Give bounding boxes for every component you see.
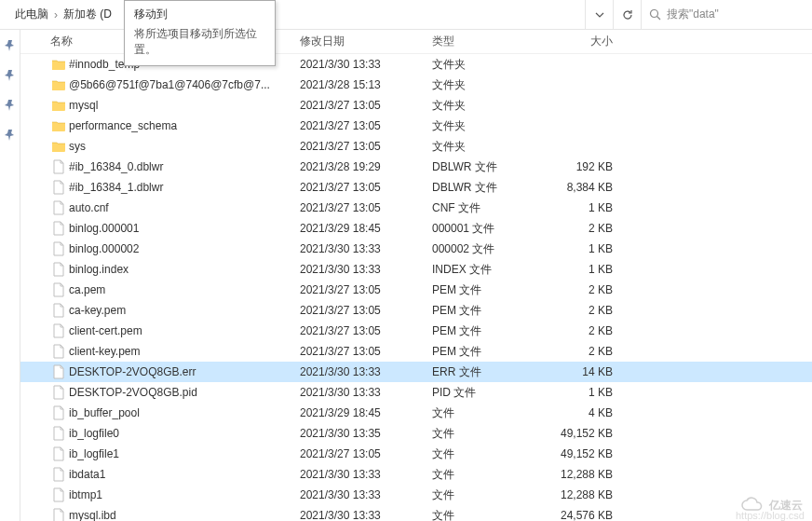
breadcrumb[interactable]: 此电脑 › 新加卷 (D <box>4 7 112 22</box>
file-size: 2 KB <box>542 283 624 296</box>
file-row[interactable]: ibtmp12021/3/30 13:33文件12,288 KB <box>20 485 812 505</box>
file-icon <box>50 303 67 318</box>
file-row[interactable]: DESKTOP-2VOQ8GB.pid2021/3/30 13:33PID 文件… <box>20 382 812 403</box>
file-type: PEM 文件 <box>432 323 542 339</box>
file-size: 1 KB <box>542 386 624 399</box>
file-type: ERR 文件 <box>432 364 542 380</box>
file-name: binlog.000002 <box>69 242 300 255</box>
file-type: 文件 <box>432 467 542 483</box>
file-list: #innodb_temp2021/3/30 13:33文件夹@5b66@751f… <box>20 54 812 521</box>
file-name: client-cert.pem <box>69 324 300 337</box>
file-row[interactable]: performance_schema2021/3/27 13:05文件夹 <box>20 116 812 136</box>
file-type: 000001 文件 <box>432 221 542 237</box>
svg-point-0 <box>651 10 658 18</box>
file-date: 2021/3/30 13:33 <box>300 58 432 71</box>
col-date[interactable]: 修改日期 <box>300 34 432 49</box>
file-date: 2021/3/27 13:05 <box>300 99 432 112</box>
file-name: client-key.pem <box>69 345 300 358</box>
file-row[interactable]: mysql2021/3/27 13:05文件夹 <box>20 95 812 116</box>
file-type: 文件夹 <box>432 57 542 73</box>
file-row[interactable]: #ib_16384_0.dblwr2021/3/28 19:29DBLWR 文件… <box>20 157 812 177</box>
file-date: 2021/3/30 13:33 <box>300 386 432 399</box>
refresh-button[interactable] <box>613 0 641 29</box>
file-icon <box>50 385 67 400</box>
file-row[interactable]: binlog.0000022021/3/30 13:33000002 文件1 K… <box>20 239 812 259</box>
file-row[interactable]: client-key.pem2021/3/27 13:05PEM 文件2 KB <box>20 341 812 362</box>
file-size: 2 KB <box>542 324 624 337</box>
search-placeholder: 搜索"data" <box>667 7 719 22</box>
folder-icon <box>50 77 67 92</box>
breadcrumb-item[interactable]: 新加卷 (D <box>63 7 112 22</box>
file-row[interactable]: DESKTOP-2VOQ8GB.err2021/3/30 13:33ERR 文件… <box>20 362 812 382</box>
file-name: ib_buffer_pool <box>69 406 300 419</box>
refresh-icon <box>621 8 634 21</box>
file-icon <box>50 159 67 174</box>
file-row[interactable]: ib_logfile02021/3/30 13:35文件49,152 KB <box>20 423 812 444</box>
file-size: 49,152 KB <box>542 447 624 460</box>
file-row[interactable]: binlog.0000012021/3/29 18:45000001 文件2 K… <box>20 218 812 239</box>
file-size: 49,152 KB <box>542 427 624 440</box>
file-date: 2021/3/29 18:45 <box>300 406 432 419</box>
file-row[interactable]: sys2021/3/27 13:05文件夹 <box>20 136 812 157</box>
file-name: ibtmp1 <box>69 488 300 501</box>
file-icon <box>50 241 67 256</box>
pin-icon <box>4 99 17 112</box>
dropdown-button[interactable] <box>585 0 613 29</box>
file-type: DBLWR 文件 <box>432 180 542 196</box>
col-type[interactable]: 类型 <box>432 34 542 49</box>
file-date: 2021/3/27 13:05 <box>300 201 432 214</box>
file-name: ibdata1 <box>69 468 300 481</box>
file-date: 2021/3/29 18:45 <box>300 222 432 235</box>
file-date: 2021/3/30 13:33 <box>300 263 432 276</box>
file-icon <box>50 405 67 420</box>
file-name: ca.pem <box>69 283 300 296</box>
file-size: 1 KB <box>542 263 624 276</box>
breadcrumb-item[interactable]: 此电脑 <box>15 7 48 22</box>
file-size: 2 KB <box>542 304 624 317</box>
file-row[interactable]: auto.cnf2021/3/27 13:05CNF 文件1 KB <box>20 198 812 218</box>
file-name: ib_logfile1 <box>69 447 300 460</box>
file-icon <box>50 323 67 338</box>
file-size: 4 KB <box>542 406 624 419</box>
svg-line-1 <box>657 17 661 21</box>
file-name: auto.cnf <box>69 201 300 214</box>
file-date: 2021/3/27 13:05 <box>300 304 432 317</box>
file-row[interactable]: ibdata12021/3/30 13:33文件12,288 KB <box>20 464 812 485</box>
file-type: 文件 <box>432 508 542 522</box>
file-row[interactable]: @5b66@751f@7ba1@7406@7cfb@7...2021/3/28 … <box>20 75 812 95</box>
file-size: 8,384 KB <box>542 181 624 194</box>
file-row[interactable]: mysql.ibd2021/3/30 13:33文件24,576 KB <box>20 505 812 521</box>
file-row[interactable]: client-cert.pem2021/3/27 13:05PEM 文件2 KB <box>20 321 812 341</box>
file-date: 2021/3/27 13:05 <box>300 140 432 153</box>
pin-icon <box>4 129 17 142</box>
file-date: 2021/3/30 13:35 <box>300 427 432 440</box>
quick-access-rail <box>0 30 20 521</box>
file-date: 2021/3/28 19:29 <box>300 160 432 173</box>
file-row[interactable]: ib_buffer_pool2021/3/29 18:45文件4 KB <box>20 403 812 423</box>
file-icon <box>50 200 67 215</box>
file-row[interactable]: ca.pem2021/3/27 13:05PEM 文件2 KB <box>20 280 812 300</box>
file-date: 2021/3/27 13:05 <box>300 119 432 132</box>
file-name: mysql <box>69 99 300 112</box>
chevron-down-icon <box>595 10 604 20</box>
pin-icon <box>4 69 17 82</box>
file-date: 2021/3/30 13:33 <box>300 468 432 481</box>
tooltip-body: 将所选项目移动到所选位置。 <box>134 26 265 58</box>
file-icon <box>50 180 67 195</box>
file-icon <box>50 487 67 502</box>
file-date: 2021/3/30 13:33 <box>300 488 432 501</box>
col-size[interactable]: 大小 <box>542 34 624 49</box>
file-row[interactable]: ib_logfile12021/3/27 13:05文件49,152 KB <box>20 444 812 464</box>
file-icon <box>50 262 67 277</box>
file-type: PEM 文件 <box>432 344 542 360</box>
file-type: 文件夹 <box>432 118 542 134</box>
file-size: 12,288 KB <box>542 488 624 501</box>
file-name: binlog.000001 <box>69 222 300 235</box>
folder-icon <box>50 57 67 72</box>
file-row[interactable]: #ib_16384_1.dblwr2021/3/27 13:05DBLWR 文件… <box>20 177 812 198</box>
file-name: performance_schema <box>69 119 300 132</box>
file-row[interactable]: ca-key.pem2021/3/27 13:05PEM 文件2 KB <box>20 300 812 321</box>
file-row[interactable]: binlog.index2021/3/30 13:33INDEX 文件1 KB <box>20 259 812 280</box>
search-input[interactable]: 搜索"data" <box>641 0 808 29</box>
file-type: PID 文件 <box>432 385 542 401</box>
